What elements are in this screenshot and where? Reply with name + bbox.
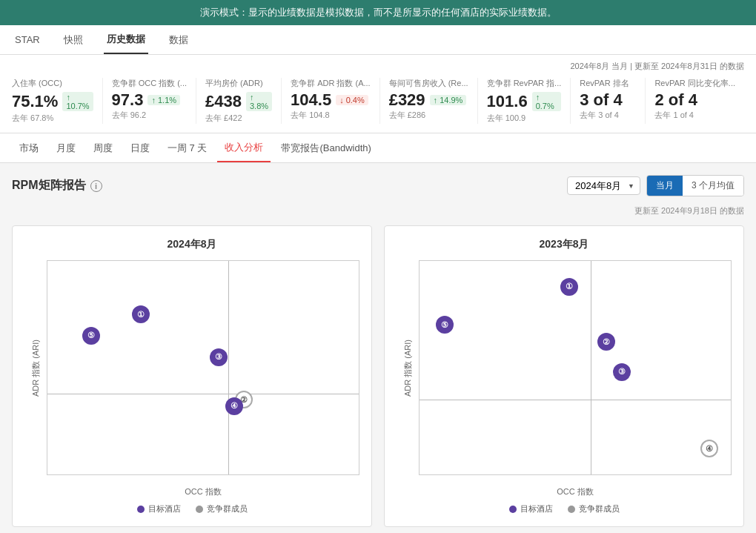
sub-nav: 市场 月度 周度 日度 一周 7 天 收入分析 带宽报告(Bandwidth) bbox=[0, 133, 756, 163]
legend-target-label: 目标酒店 bbox=[148, 503, 181, 514]
rpm-title-text: RPM矩阵报告 bbox=[12, 178, 86, 193]
metric-item-6: RevPAR 排名3 of 4去年 3 of 4 bbox=[571, 78, 646, 124]
h-line-left bbox=[47, 394, 359, 394]
btn-3month[interactable]: 3 个月均值 bbox=[683, 176, 743, 196]
metric-label-4: 每间可售房收入 (Re... bbox=[389, 78, 468, 89]
legend-competitor: 竞争群成员 bbox=[196, 503, 248, 514]
metric-value-0: 75.1% bbox=[12, 93, 58, 110]
metric-item-7: RevPAR 同比变化率...2 of 4去年 1 of 4 bbox=[646, 78, 744, 124]
rpm-controls: 2024年8月 2024年7月 2024年6月 当月 3 个月均值 bbox=[567, 175, 744, 196]
dot-left-5[interactable]: ⑤ bbox=[82, 327, 100, 345]
chart-left: 2024年8月 ADR 指数 (ARI) ① ② ③ ④ ⑤ OCC 指数 bbox=[12, 225, 372, 527]
chart-right-inner: ① ② ③ ④ ⑤ bbox=[419, 260, 732, 475]
metric-badge-5: ↑ 0.7% bbox=[532, 92, 562, 111]
chart-right-area: ADR 指数 (ARI) ① ② ③ ④ ⑤ OCC 指数 bbox=[397, 260, 732, 497]
subnav-7days[interactable]: 一周 7 天 bbox=[160, 133, 214, 162]
chart-right: 2023年8月 ADR 指数 (ARI) ① ② ③ ④ ⑤ OCC 指数 bbox=[384, 225, 744, 527]
metric-badge-0: ↑ 10.7% bbox=[62, 92, 93, 111]
metric-label-5: 竞争群 RevPAR 指... bbox=[487, 78, 562, 89]
metric-value-row-1: 97.3↑ 1.1% bbox=[112, 92, 187, 108]
dot-left-4[interactable]: ④ bbox=[225, 397, 243, 415]
nav-quick[interactable]: 快照 bbox=[61, 25, 86, 54]
metric-value-row-0: 75.1%↑ 10.7% bbox=[12, 92, 93, 111]
metric-item-0: 入住率 (OCC)75.1%↑ 10.7%去年 67.8% bbox=[12, 78, 103, 124]
updated-note: 更新至 2024年9月18日 的数据 bbox=[12, 205, 744, 216]
chart-left-area: ADR 指数 (ARI) ① ② ③ ④ ⑤ OCC 指数 bbox=[24, 260, 359, 497]
metric-badge-2: ↑ 3.8% bbox=[246, 92, 272, 111]
demo-banner: 演示模式：显示的业绩数据是模拟数据，而不是所显示的任何酒店的实际业绩数据。 bbox=[0, 0, 756, 25]
h-line-right bbox=[420, 400, 731, 400]
metric-prev-7: 去年 1 of 4 bbox=[654, 110, 735, 121]
legend-right-competitor-label: 竞争群成员 bbox=[579, 503, 620, 514]
v-line-left bbox=[228, 261, 229, 474]
subnav-market[interactable]: 市场 bbox=[12, 133, 46, 162]
legend-competitor-dot bbox=[196, 506, 203, 513]
metric-value-1: 97.3 bbox=[112, 92, 144, 108]
period-btn-group: 当月 3 个月均值 bbox=[646, 175, 744, 196]
metric-label-1: 竞争群 OCC 指数 (... bbox=[112, 78, 187, 89]
top-nav: STAR 快照 历史数据 数据 bbox=[0, 25, 756, 55]
rpm-info-icon[interactable]: i bbox=[90, 180, 102, 192]
metric-badge-3: ↓ 0.4% bbox=[336, 95, 368, 105]
metric-item-2: 平均房价 (ADR)£438↑ 3.8%去年 £422 bbox=[196, 78, 282, 124]
dot-right-2[interactable]: ② bbox=[597, 333, 615, 351]
metric-value-row-4: £329↑ 14.9% bbox=[389, 92, 468, 108]
subnav-day[interactable]: 日度 bbox=[123, 133, 157, 162]
metric-label-6: RevPAR 排名 bbox=[580, 78, 636, 89]
metric-value-row-2: £438↑ 3.8% bbox=[205, 92, 272, 111]
metric-value-2: £438 bbox=[205, 93, 242, 110]
metrics-date: 2024年8月 当月 | 更新至 2024年8月31日 的数据 bbox=[12, 61, 744, 72]
dot-right-3[interactable]: ③ bbox=[613, 363, 631, 381]
legend-right-competitor-dot bbox=[568, 506, 575, 513]
metric-badge-1: ↑ 1.1% bbox=[147, 95, 180, 105]
metric-badge-4: ↑ 14.9% bbox=[430, 95, 467, 105]
dot-left-3[interactable]: ③ bbox=[210, 348, 228, 366]
chart-right-title: 2023年8月 bbox=[397, 238, 732, 251]
metrics-row: 入住率 (OCC)75.1%↑ 10.7%去年 67.8%竞争群 OCC 指数 … bbox=[12, 78, 744, 124]
legend-target-dot bbox=[137, 506, 145, 513]
nav-star[interactable]: STAR bbox=[12, 25, 43, 54]
dot-right-1[interactable]: ① bbox=[560, 278, 578, 296]
btn-current-month[interactable]: 当月 bbox=[647, 176, 683, 196]
legend-right-competitor: 竞争群成员 bbox=[568, 503, 620, 514]
metric-label-3: 竞争群 ADR 指数 (A... bbox=[291, 78, 371, 89]
nav-data[interactable]: 数据 bbox=[166, 25, 191, 54]
legend-right-target-label: 目标酒店 bbox=[520, 503, 553, 514]
legend-competitor-label: 竞争群成员 bbox=[207, 503, 248, 514]
chart-left-title: 2024年8月 bbox=[24, 238, 359, 251]
demo-banner-text: 演示模式：显示的业绩数据是模拟数据，而不是所显示的任何酒店的实际业绩数据。 bbox=[200, 7, 557, 18]
chart-left-y-label: ADR 指数 (ARI) bbox=[24, 260, 47, 475]
metric-prev-4: 去年 £286 bbox=[389, 110, 468, 121]
metric-prev-1: 去年 96.2 bbox=[112, 110, 187, 121]
metric-value-7: 2 of 4 bbox=[654, 92, 697, 108]
dot-right-5[interactable]: ⑤ bbox=[436, 316, 454, 334]
metric-label-0: 入住率 (OCC) bbox=[12, 78, 93, 89]
subnav-week[interactable]: 周度 bbox=[86, 133, 120, 162]
main-content: RPM矩阵报告 i 2024年8月 2024年7月 2024年6月 当月 3 个… bbox=[0, 163, 756, 533]
month-select-wrapper: 2024年8月 2024年7月 2024年6月 bbox=[567, 176, 640, 195]
metric-value-5: 101.6 bbox=[487, 93, 528, 110]
rpm-title: RPM矩阵报告 i bbox=[12, 178, 102, 193]
chart-left-legend: 目标酒店 竞争群成员 bbox=[24, 503, 359, 514]
rpm-header: RPM矩阵报告 i 2024年8月 2024年7月 2024年6月 当月 3 个… bbox=[12, 175, 744, 196]
metric-item-4: 每间可售房收入 (Re...£329↑ 14.9%去年 £286 bbox=[380, 78, 478, 124]
metric-value-row-7: 2 of 4 bbox=[654, 92, 735, 108]
subnav-revenue[interactable]: 收入分析 bbox=[217, 133, 271, 162]
metric-prev-5: 去年 100.9 bbox=[487, 113, 562, 124]
metric-item-3: 竞争群 ADR 指数 (A...104.5↓ 0.4%去年 104.8 bbox=[282, 78, 380, 124]
metric-prev-0: 去年 67.8% bbox=[12, 113, 93, 124]
subnav-month[interactable]: 月度 bbox=[49, 133, 83, 162]
chart-right-y-label: ADR 指数 (ARI) bbox=[397, 260, 419, 475]
metric-prev-6: 去年 3 of 4 bbox=[580, 110, 636, 121]
metric-item-1: 竞争群 OCC 指数 (...97.3↑ 1.1%去年 96.2 bbox=[103, 78, 196, 124]
nav-history[interactable]: 历史数据 bbox=[104, 25, 148, 54]
metric-value-6: 3 of 4 bbox=[580, 92, 622, 108]
month-select[interactable]: 2024年8月 2024年7月 2024年6月 bbox=[567, 176, 640, 195]
dot-left-1[interactable]: ① bbox=[132, 305, 150, 323]
v-line-right bbox=[591, 261, 591, 474]
dot-right-4[interactable]: ④ bbox=[700, 440, 718, 457]
metric-value-row-6: 3 of 4 bbox=[580, 92, 636, 108]
metric-prev-3: 去年 104.8 bbox=[291, 110, 371, 121]
subnav-bandwidth[interactable]: 带宽报告(Bandwidth) bbox=[273, 133, 378, 162]
legend-target: 目标酒店 bbox=[137, 503, 181, 514]
